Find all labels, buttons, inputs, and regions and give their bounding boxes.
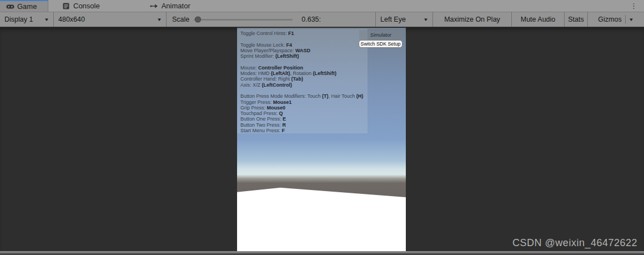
hint-line (240, 59, 368, 64)
gamepad-icon (6, 3, 14, 11)
control-hints-overlay: Toggle Control Hints: F1 Toggle Mouse Lo… (237, 29, 368, 133)
console-icon (62, 2, 71, 10)
scale-label: Scale (172, 16, 189, 23)
hint-line: Trigger Press: Mouse1 (240, 99, 368, 105)
tab-game[interactable]: Game (0, 0, 48, 12)
hint-line: Axis: X/Z (LeftControl) (240, 82, 368, 88)
hint-line: Sprint Modifier: (LeftShift) (240, 53, 368, 59)
scale-value: 0.635: (301, 16, 321, 23)
kebab-menu-icon[interactable]: ⋮ (627, 1, 641, 11)
horizontal-scrollbar[interactable] (0, 251, 644, 254)
scale-slider[interactable] (194, 19, 293, 21)
gizmos-label: Gizmos (598, 16, 621, 23)
simulator-overlay-label: Simulator (359, 30, 402, 40)
button-label: Maximize On Play (444, 16, 500, 23)
game-view-toolbar: Display 1 ▼ 480x640 ▼ Scale 0.635: Left … (0, 12, 644, 27)
eye-dropdown-value: Left Eye (380, 16, 406, 23)
tab-bar: Game Console Animator ⋮ (0, 0, 644, 12)
chevron-down-icon: ▼ (423, 17, 429, 22)
hint-line (240, 88, 368, 93)
tab-label: Console (73, 2, 100, 10)
hint-line: Button Two Press: R (240, 122, 368, 128)
resolution-dropdown-value: 480x640 (58, 16, 85, 23)
hint-line (240, 36, 368, 42)
chevron-down-icon: ▼ (157, 17, 162, 22)
gizmos-dropdown[interactable]: Gizmos ▼ (588, 12, 643, 27)
hint-line: Controller Hand: Right (Tab) (240, 76, 368, 82)
game-view-canvas-area: Toggle Control Hints: F1 Toggle Mouse Lo… (0, 27, 644, 254)
separator (625, 15, 626, 24)
hint-line: Touchpad Press: Q (240, 111, 368, 116)
hint-line: Start Menu Press: F (240, 128, 368, 133)
mute-audio-button[interactable]: Mute Audio (512, 12, 565, 27)
tab-label: Game (17, 2, 37, 11)
scale-control: Scale 0.635: (167, 12, 376, 27)
stats-button[interactable]: Stats (565, 12, 588, 27)
hint-line: Button One Press: E (240, 116, 368, 122)
button-label: Mute Audio (521, 16, 556, 23)
hint-line: Toggle Control Hints: F1 (240, 31, 368, 36)
hint-line: Toggle Mouse Lock: F4 (240, 42, 368, 48)
simulator-label-text: Simulator (370, 32, 391, 38)
chevron-down-icon: ▼ (628, 17, 634, 22)
tab-console[interactable]: Console (56, 0, 105, 12)
scale-slider-thumb[interactable] (195, 17, 201, 23)
tab-label: Animator (162, 2, 190, 10)
display-dropdown[interactable]: Display 1 ▼ (0, 12, 54, 27)
hint-line: Grip Press: Mouse0 (240, 105, 368, 111)
hint-line: Mouse: Controller Position (240, 65, 368, 71)
eye-dropdown[interactable]: Left Eye ▼ (376, 12, 433, 27)
animator-icon (150, 2, 159, 10)
resolution-dropdown[interactable]: 480x640 ▼ (54, 12, 167, 27)
tab-animator[interactable]: Animator (144, 0, 196, 12)
chevron-down-icon: ▼ (44, 17, 49, 22)
button-label: Stats (568, 16, 584, 23)
hint-line: Button Press Mode Modifiers: Touch (T), … (240, 93, 368, 99)
maximize-on-play-button[interactable]: Maximize On Play (433, 12, 512, 27)
hint-line: Move Player/Playspace: WASD (240, 48, 368, 53)
display-dropdown-value: Display 1 (4, 16, 33, 23)
hint-line: Modes: HMD (LeftAlt), Rotation (LeftShif… (240, 71, 368, 76)
game-viewport[interactable]: Toggle Control Hints: F1 Toggle Mouse Lo… (237, 28, 406, 251)
watermark-text: CSDN @weixin_46472622 (512, 237, 637, 249)
switch-sdk-setup-button[interactable]: Switch SDK Setup (359, 40, 402, 48)
